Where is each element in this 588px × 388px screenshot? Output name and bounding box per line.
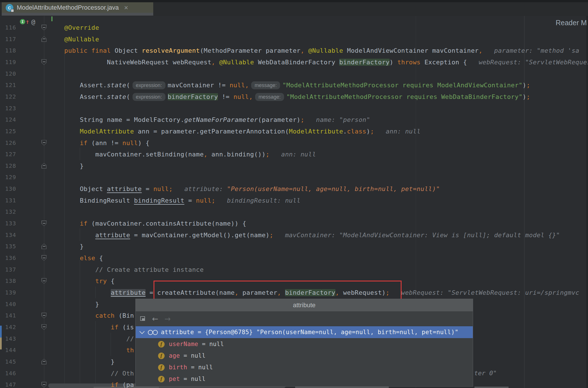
code-line[interactable]: public final Object resolveArgument(Meth… [49, 45, 579, 56]
line-number[interactable]: 130 [0, 183, 16, 195]
fold-marker-icon[interactable] [41, 313, 47, 318]
code-line[interactable]: // [49, 333, 134, 345]
code-line[interactable]: else { [49, 252, 103, 264]
code-line[interactable]: String name = ModelFactory.getNameForPar… [49, 114, 370, 126]
fold-marker-icon[interactable] [41, 359, 47, 364]
code-line[interactable]: BindingResult bindingResult = null; bind… [49, 195, 301, 206]
line-number[interactable]: 120 [0, 68, 16, 80]
line-number[interactable]: 141 [0, 310, 16, 321]
line-number[interactable]: 118 [0, 45, 16, 56]
copy-value-icon[interactable] [140, 316, 146, 321]
tab-close-icon[interactable]: ✕ [124, 5, 129, 11]
line-number[interactable]: 122 [0, 91, 16, 103]
code-editor[interactable]: I ↑ @ 1161171181191201211221231241251261… [0, 16, 588, 388]
code-token: , [301, 47, 304, 54]
line-number[interactable]: 129 [0, 171, 16, 183]
code-line[interactable]: catch (Bin [49, 310, 134, 321]
forward-arrow-icon[interactable]: → [165, 315, 171, 323]
line-number[interactable]: 126 [0, 137, 16, 149]
line-number[interactable]: 147 [0, 379, 16, 388]
popup-field-row[interactable]: fbirth = null [136, 361, 473, 373]
fold-marker-icon[interactable] [41, 36, 47, 42]
line-number[interactable]: 135 [0, 241, 16, 252]
fold-marker-icon[interactable] [41, 278, 47, 284]
fold-marker-icon[interactable] [41, 25, 47, 30]
code-line[interactable]: Assert.state(expression:mavContainer != … [49, 79, 530, 91]
code-line[interactable]: } [49, 241, 84, 252]
code-line[interactable]: // Oth [49, 368, 134, 379]
code-line[interactable]: } [49, 160, 84, 172]
line-number[interactable]: 127 [0, 149, 16, 160]
code-token [49, 277, 95, 285]
code-token: catch [95, 312, 115, 319]
line-number[interactable]: 131 [0, 195, 16, 206]
code-line[interactable]: if (pa [49, 379, 134, 388]
line-number[interactable]: 144 [0, 344, 16, 356]
code-line[interactable]: // Create attribute instance [49, 264, 204, 275]
scrollbar-track[interactable] [586, 16, 588, 388]
popup-toolbar[interactable]: ← → [136, 312, 473, 326]
line-number[interactable]: 117 [0, 33, 16, 45]
code-token: try [95, 277, 107, 285]
fold-marker-icon[interactable] [41, 255, 47, 261]
line-number[interactable]: 140 [0, 298, 16, 310]
code-line[interactable]: th [49, 344, 134, 356]
code-line[interactable]: attribute = mavContainer.getModel().get(… [49, 229, 560, 241]
code-line[interactable]: } [49, 356, 115, 368]
line-number[interactable]: 138 [0, 275, 16, 287]
line-number[interactable]: 136 [0, 252, 16, 264]
code-token [304, 47, 308, 54]
popup-field-row[interactable]: fage = null [136, 350, 473, 362]
line-number[interactable]: 139 [0, 287, 16, 298]
editor-tab-active[interactable]: C ModelAttributeMethodProcessor.java ✕ [2, 2, 153, 13]
code-line[interactable]: } [49, 298, 99, 310]
fold-marker-icon[interactable] [41, 220, 47, 226]
line-number[interactable]: 133 [0, 218, 16, 229]
line-number[interactable]: 125 [0, 126, 16, 137]
code-line[interactable]: try { [49, 275, 115, 287]
code-line[interactable]: Object attribute = null; attribute: "Per… [49, 183, 440, 195]
line-number[interactable]: 124 [0, 114, 16, 126]
line-number[interactable]: 137 [0, 264, 16, 275]
fold-marker-icon[interactable] [41, 382, 47, 387]
code-line[interactable]: ModelAttribute ann = parameter.getParame… [49, 126, 421, 137]
code-line[interactable]: mavContainer.setBinding(name, ann.bindin… [49, 149, 316, 160]
chevron-down-icon[interactable] [139, 329, 144, 334]
code-line[interactable]: @Nullable [49, 33, 99, 45]
line-number[interactable]: 119 [0, 56, 16, 68]
line-number[interactable]: 142 [0, 321, 16, 333]
code-token: class [347, 128, 366, 135]
readonly-lock-icon [11, 9, 14, 12]
line-number[interactable]: 123 [0, 103, 16, 114]
code-line[interactable]: if (is [49, 321, 134, 333]
code-line[interactable]: if (mavContainer.containsAttribute(name)… [49, 218, 246, 229]
fold-marker-icon[interactable] [41, 59, 47, 65]
popup-header[interactable]: attribute [136, 299, 473, 312]
fold-marker-icon[interactable] [41, 163, 47, 169]
line-number[interactable]: 116 [0, 22, 16, 33]
code-line[interactable]: if (ann != null) { [49, 137, 150, 149]
line-number[interactable]: 143 [0, 333, 16, 345]
code-line[interactable]: Assert.state(expression:binderFactory !=… [49, 91, 530, 103]
line-number[interactable]: 134 [0, 229, 16, 241]
line-number[interactable]: 146 [0, 368, 16, 379]
gutter-line-118-icons[interactable]: I ↑ @ [20, 16, 35, 27]
clipped-text-sliver [295, 387, 389, 388]
fold-marker-icon[interactable] [41, 243, 47, 249]
margin-guide [524, 16, 524, 388]
code-token: ; [266, 151, 270, 158]
code-token: @Nullable [64, 36, 99, 43]
code-line[interactable]: NativeWebRequest webRequest, @Nullable W… [49, 56, 588, 68]
line-number[interactable]: 145 [0, 356, 16, 368]
line-number[interactable]: 128 [0, 160, 16, 172]
popup-root-row[interactable]: attribute = {Person@6785} "Person(userNa… [136, 326, 473, 338]
line-number[interactable]: 132 [0, 206, 16, 218]
line-number[interactable]: 121 [0, 79, 16, 91]
popup-field-row[interactable]: fuserName = null [136, 338, 473, 350]
code-line[interactable]: @Override [49, 22, 99, 33]
fold-marker-icon[interactable] [41, 324, 47, 330]
debugger-value-popup[interactable]: attribute ← → attribute = {Person@6785} … [135, 299, 473, 387]
fold-marker-icon[interactable] [41, 140, 47, 146]
back-arrow-icon[interactable]: ← [152, 315, 158, 323]
popup-field-row[interactable]: fpet = null [136, 373, 473, 385]
